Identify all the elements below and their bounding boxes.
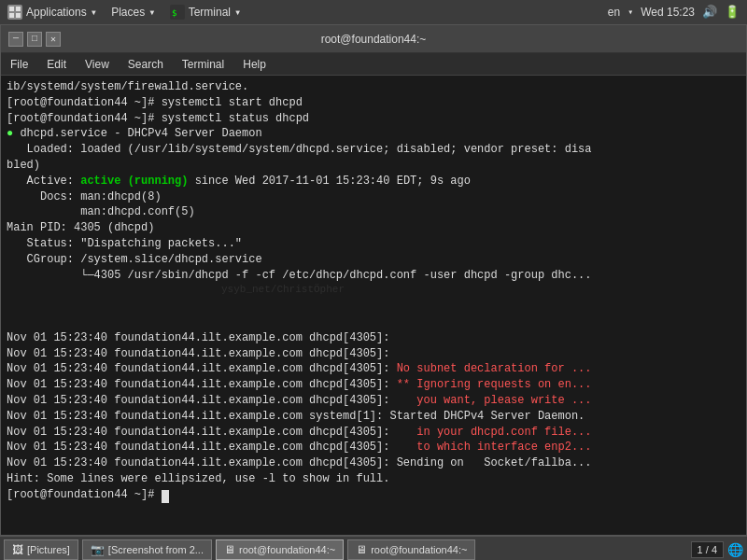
globe-icon[interactable]: 🌐 bbox=[727, 542, 743, 557]
applications-arrow: ▾ bbox=[91, 6, 97, 20]
system-topbar: Applications ▾ Places ▾ $ Terminal ▾ en … bbox=[0, 0, 747, 24]
menu-terminal[interactable]: Terminal bbox=[176, 56, 230, 73]
menu-help[interactable]: Help bbox=[237, 56, 272, 73]
terminal-window: ─ □ ✕ root@foundation44:~ File Edit View… bbox=[0, 24, 747, 536]
volume-icon[interactable]: 🔊 bbox=[702, 5, 717, 20]
terminal-line: Nov 01 15:23:40 foundation44.ilt.example… bbox=[7, 425, 740, 441]
terminal-line: Nov 01 15:23:40 foundation44.ilt.example… bbox=[7, 377, 740, 393]
terminal-line: Loaded: loaded (/usr/lib/systemd/system/… bbox=[7, 142, 740, 158]
svg-rect-1 bbox=[9, 7, 14, 11]
terminal2-icon: 🖥 bbox=[356, 543, 367, 556]
terminal1-icon: 🖥 bbox=[224, 543, 235, 556]
terminal2-label: root@foundation44:~ bbox=[371, 544, 467, 555]
page-indicator: 1 / 4 bbox=[691, 541, 724, 558]
terminal-line: man:dhcpd.conf(5) bbox=[7, 204, 740, 220]
terminal-line: Nov 01 15:23:40 foundation44.ilt.example… bbox=[7, 440, 740, 455]
terminal-topbar-icon: $ bbox=[170, 5, 185, 20]
terminal-prompt-line: [root@foundation44 ~]# bbox=[7, 487, 740, 503]
pictures-icon: 🖼 bbox=[12, 543, 23, 556]
terminal-arrow: ▾ bbox=[234, 6, 241, 20]
screenshot-label: [Screenshot from 2... bbox=[108, 544, 204, 555]
applications-menu[interactable]: Applications bbox=[26, 6, 87, 19]
close-button[interactable]: ✕ bbox=[46, 32, 61, 47]
lang-arrow: ▾ bbox=[627, 7, 633, 18]
terminal-line: ● dhcpd.service - DHCPv4 Server Daemon bbox=[7, 126, 740, 142]
screenshot-icon: 📷 bbox=[91, 543, 105, 556]
svg-rect-3 bbox=[9, 13, 14, 18]
terminal-menu[interactable]: Terminal bbox=[189, 6, 231, 19]
terminal-line: [root@foundation44 ~]# systemctl status … bbox=[7, 111, 740, 127]
taskbar: 🖼 [Pictures] 📷 [Screenshot from 2... 🖥 r… bbox=[0, 536, 747, 560]
terminal-line: └─4305 /usr/sbin/dhcpd -f -cf /etc/dhcp/… bbox=[7, 268, 740, 284]
terminal-line: Nov 01 15:23:40 foundation44.ilt.example… bbox=[7, 361, 740, 377]
terminal-line: Docs: man:dhcpd(8) bbox=[7, 189, 740, 205]
window-title: root@foundation44:~ bbox=[64, 33, 683, 46]
system-icon bbox=[7, 5, 22, 20]
pictures-label: [Pictures] bbox=[27, 544, 70, 555]
terminal-line: CGroup: /system.slice/dhcpd.service bbox=[7, 252, 740, 268]
time-display: Wed 15:23 bbox=[641, 6, 695, 19]
taskbar-pictures[interactable]: 🖼 [Pictures] bbox=[4, 539, 78, 560]
menu-view[interactable]: View bbox=[79, 56, 115, 73]
menu-edit[interactable]: Edit bbox=[41, 56, 72, 73]
terminal-output[interactable]: ib/systemd/system/firewalld.service. [ro… bbox=[1, 76, 746, 535]
terminal-line: Nov 01 15:23:40 foundation44.ilt.example… bbox=[7, 346, 740, 362]
svg-rect-2 bbox=[16, 7, 21, 11]
svg-text:$: $ bbox=[172, 8, 176, 18]
terminal-line: [root@foundation44 ~]# systemctl start d… bbox=[7, 95, 740, 111]
terminal-line: Hint: Some lines were ellipsized, use -l… bbox=[7, 471, 740, 487]
language-indicator[interactable]: en bbox=[608, 6, 620, 19]
terminal-line: Nov 01 15:23:40 foundation44.ilt.example… bbox=[7, 393, 740, 409]
terminal-line: Status: "Dispatching packets..." bbox=[7, 236, 740, 252]
terminal-line: bled) bbox=[7, 158, 740, 174]
terminal-line: Nov 01 15:23:40 foundation44.ilt.example… bbox=[7, 455, 740, 471]
menu-bar: File Edit View Search Terminal Help bbox=[1, 53, 746, 76]
svg-rect-4 bbox=[16, 13, 21, 18]
terminal-line: ib/systemd/system/firewalld.service. bbox=[7, 79, 740, 95]
terminal-line: Nov 01 15:23:40 foundation44.ilt.example… bbox=[7, 409, 740, 425]
title-bar: ─ □ ✕ root@foundation44:~ bbox=[1, 25, 746, 53]
menu-file[interactable]: File bbox=[5, 56, 34, 73]
terminal1-label: root@foundation44:~ bbox=[239, 544, 335, 555]
places-menu[interactable]: Places bbox=[111, 6, 145, 19]
taskbar-terminal-2[interactable]: 🖥 root@foundation44:~ bbox=[347, 539, 475, 560]
taskbar-screenshot[interactable]: 📷 [Screenshot from 2... bbox=[82, 539, 212, 560]
terminal-line: Nov 01 15:23:40 foundation44.ilt.example… bbox=[7, 330, 740, 346]
places-arrow: ▾ bbox=[148, 6, 155, 20]
terminal-line: Active: active (running) since Wed 2017-… bbox=[7, 174, 740, 189]
menu-search[interactable]: Search bbox=[122, 56, 169, 73]
taskbar-terminal-1[interactable]: 🖥 root@foundation44:~ bbox=[216, 539, 344, 560]
battery-icon: 🔋 bbox=[725, 5, 740, 20]
maximize-button[interactable]: □ bbox=[27, 32, 42, 47]
minimize-button[interactable]: ─ bbox=[8, 32, 23, 47]
terminal-line: ysyb_net/ChristÖpher bbox=[7, 283, 740, 329]
terminal-line: Main PID: 4305 (dhcpd) bbox=[7, 220, 740, 236]
